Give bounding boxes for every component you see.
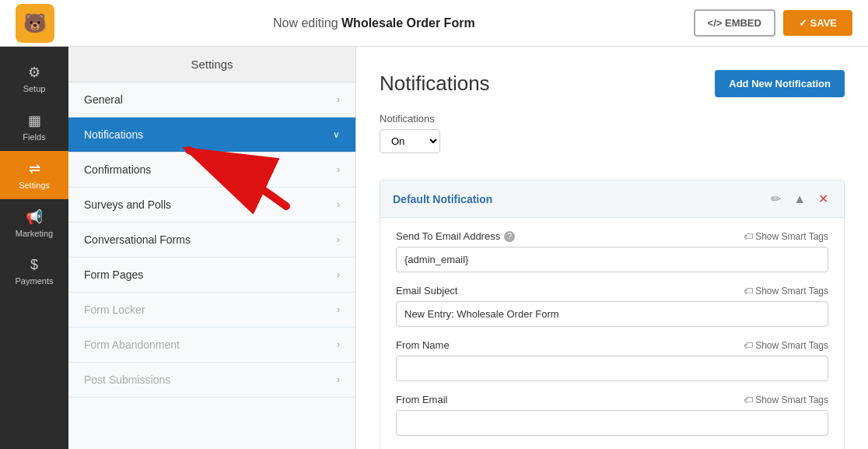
chevron-right-icon: › — [337, 234, 340, 245]
chevron-right-icon: › — [337, 94, 340, 105]
from-email-row: From Email 🏷 Show Smart Tags — [396, 394, 828, 436]
marketing-icon: 📢 — [26, 209, 43, 226]
menu-label-post-submissions: Post Submissions — [84, 374, 170, 386]
from-email-label-row: From Email 🏷 Show Smart Tags — [396, 394, 828, 405]
menu-label-general: General — [84, 93, 123, 106]
notification-card-default: Default Notification ✏ ▲ ✕ Send To Email… — [380, 180, 845, 449]
notifications-header: Notifications Add New Notification — [380, 70, 845, 97]
from-name-smart-tags[interactable]: 🏷 Show Smart Tags — [744, 340, 828, 351]
sidebar-item-setup[interactable]: ⚙ Setup — [0, 54, 68, 103]
from-email-label: From Email — [396, 394, 447, 405]
email-subject-smart-tags[interactable]: 🏷 Show Smart Tags — [744, 286, 828, 296]
email-subject-label: Email Subject — [396, 285, 457, 296]
sidebar-item-marketing[interactable]: 📢 Marketing — [0, 199, 68, 247]
top-bar-actions: </> EMBED ✓ SAVE — [694, 9, 852, 37]
send-to-email-smart-tags[interactable]: 🏷 Show Smart Tags — [744, 231, 828, 242]
menu-label-conv-forms: Conversational Forms — [84, 233, 191, 246]
sidebar-label-settings: Settings — [19, 181, 50, 190]
menu-label-form-abandonment: Form Abandonment — [84, 339, 180, 351]
top-bar: 🐻 Now editing Wholesale Order Form </> E… — [0, 0, 868, 47]
from-email-input[interactable] — [396, 410, 828, 436]
chevron-right-icon: › — [337, 269, 340, 280]
notifications-toggle-label: Notifications — [380, 113, 845, 125]
sidebar: ⚙ Setup ▦ Fields ⇌ Settings 📢 Marketing … — [0, 47, 68, 449]
settings-icon: ⇌ — [29, 160, 40, 177]
edit-notification-button[interactable]: ✏ — [768, 190, 784, 208]
sidebar-label-fields: Fields — [23, 132, 45, 142]
menu-label-notifications: Notifications — [84, 128, 143, 141]
save-button[interactable]: ✓ SAVE — [783, 10, 852, 36]
fields-icon: ▦ — [28, 112, 41, 129]
menu-item-form-locker: Form Locker › — [68, 293, 355, 328]
from-email-smart-tags[interactable]: 🏷 Show Smart Tags — [744, 395, 828, 405]
send-to-email-input[interactable] — [396, 247, 828, 272]
from-name-label: From Name — [396, 339, 450, 351]
send-to-email-label: Send To Email Address ? — [396, 230, 515, 242]
gear-icon: ⚙ — [28, 64, 40, 81]
menu-item-post-submissions: Post Submissions › — [68, 363, 355, 398]
email-subject-row: Email Subject 🏷 Show Smart Tags — [396, 285, 828, 327]
menu-item-general[interactable]: General › — [68, 82, 355, 118]
chevron-right-icon: › — [337, 164, 340, 175]
send-to-email-help-icon[interactable]: ? — [504, 231, 515, 242]
send-to-email-row: Send To Email Address ? 🏷 Show Smart Tag… — [396, 230, 828, 272]
menu-label-confirmations: Confirmations — [84, 163, 151, 176]
collapse-notification-button[interactable]: ▲ — [790, 191, 809, 208]
tag-icon: 🏷 — [744, 395, 753, 405]
sidebar-item-settings[interactable]: ⇌ Settings — [0, 151, 68, 199]
chevron-right-icon: › — [337, 339, 340, 350]
from-name-input[interactable] — [396, 356, 828, 381]
tag-icon: 🏷 — [744, 231, 753, 242]
delete-notification-button[interactable]: ✕ — [815, 190, 831, 208]
notification-card-header: Default Notification ✏ ▲ ✕ — [380, 181, 844, 218]
tag-icon: 🏷 — [744, 340, 753, 351]
notifications-toggle-select[interactable]: On Off — [380, 129, 440, 153]
menu-label-form-locker: Form Locker — [84, 303, 145, 316]
menu-item-confirmations[interactable]: Confirmations › — [68, 153, 355, 188]
sidebar-label-setup: Setup — [23, 84, 46, 93]
embed-button[interactable]: </> EMBED — [694, 9, 775, 37]
chevron-down-icon: ∨ — [333, 129, 340, 140]
editing-title: Now editing Wholesale Order Form — [273, 16, 475, 30]
notification-card-title: Default Notification — [393, 193, 492, 205]
from-name-label-row: From Name 🏷 Show Smart Tags — [396, 339, 828, 351]
notifications-title: Notifications — [380, 72, 490, 96]
from-name-row: From Name 🏷 Show Smart Tags — [396, 339, 828, 381]
main-content: Notifications Add New Notification Notif… — [356, 47, 868, 449]
notifications-toggle-row: Notifications On Off — [380, 113, 845, 167]
card-actions: ✏ ▲ ✕ — [768, 190, 831, 208]
settings-left-panel: Settings General › Notifications ∨ Confi… — [68, 47, 356, 449]
menu-item-conv-forms[interactable]: Conversational Forms › — [68, 223, 355, 258]
sidebar-label-payments: Payments — [16, 276, 54, 286]
notification-card-body: Send To Email Address ? 🏷 Show Smart Tag… — [380, 218, 844, 449]
chevron-right-icon: › — [337, 374, 340, 385]
chevron-right-icon: › — [337, 199, 340, 210]
menu-item-notifications[interactable]: Notifications ∨ — [68, 118, 355, 153]
send-to-email-label-row: Send To Email Address ? 🏷 Show Smart Tag… — [396, 230, 828, 242]
email-subject-label-row: Email Subject 🏷 Show Smart Tags — [396, 285, 828, 296]
sidebar-item-payments[interactable]: $ Payments — [0, 247, 68, 295]
form-name: Wholesale Order Form — [341, 16, 475, 30]
app-logo: 🐻 — [16, 4, 54, 43]
menu-item-form-pages[interactable]: Form Pages › — [68, 258, 355, 293]
menu-label-surveys: Surveys and Polls — [84, 198, 171, 211]
tag-icon: 🏷 — [744, 286, 753, 296]
add-new-notification-button[interactable]: Add New Notification — [715, 70, 845, 97]
chevron-right-icon: › — [337, 304, 340, 315]
payments-icon: $ — [30, 257, 38, 273]
menu-item-surveys[interactable]: Surveys and Polls › — [68, 188, 355, 223]
editing-prefix: Now editing — [273, 16, 338, 30]
email-subject-input[interactable] — [396, 301, 828, 327]
menu-item-form-abandonment: Form Abandonment › — [68, 328, 355, 363]
menu-label-form-pages: Form Pages — [84, 268, 143, 281]
app-body: ⚙ Setup ▦ Fields ⇌ Settings 📢 Marketing … — [0, 47, 868, 449]
sidebar-item-fields[interactable]: ▦ Fields — [0, 103, 68, 151]
sidebar-label-marketing: Marketing — [16, 229, 53, 238]
settings-header: Settings — [68, 47, 355, 82]
